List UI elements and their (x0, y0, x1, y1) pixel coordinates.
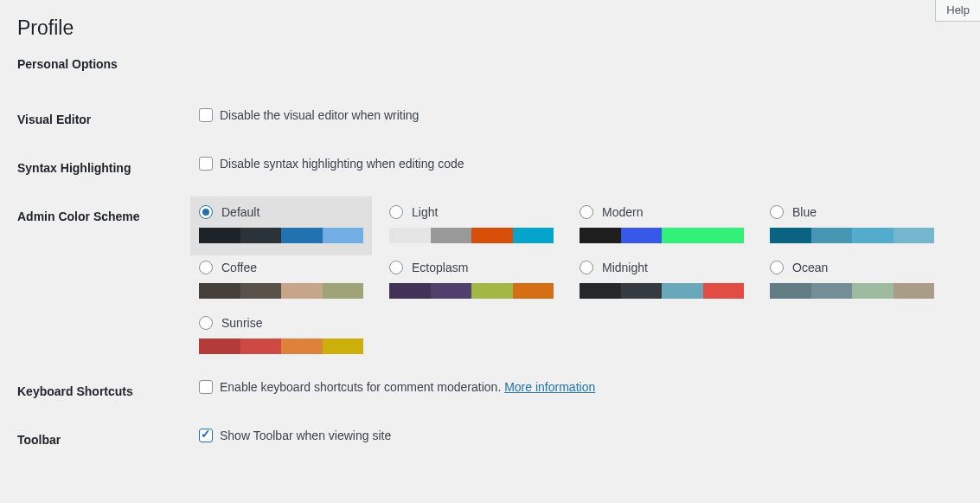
color-scheme-radio[interactable] (580, 261, 593, 274)
color-scheme-modern[interactable]: Modern (580, 205, 744, 243)
color-swatch (770, 228, 811, 243)
color-scheme-name: Sunrise (221, 316, 262, 330)
syntax-highlighting-option[interactable]: Disable syntax highlighting when editing… (199, 157, 954, 171)
color-scheme-header: Ectoplasm (389, 261, 554, 274)
color-swatches (770, 228, 934, 243)
keyboard-shortcuts-checkbox[interactable] (199, 380, 213, 394)
color-schemes-grid: DefaultLightModernBlueCoffeeEctoplasmMid… (199, 205, 954, 354)
help-button[interactable]: Help (935, 0, 980, 22)
color-scheme-name: Default (221, 205, 259, 219)
color-scheme-coffee[interactable]: Coffee (199, 261, 363, 299)
color-swatch (580, 283, 621, 299)
color-swatch (703, 228, 745, 243)
color-swatch (323, 228, 364, 243)
color-scheme-ectoplasm[interactable]: Ectoplasm (389, 261, 554, 299)
color-scheme-light[interactable]: Light (389, 205, 554, 243)
color-swatch (431, 228, 472, 243)
color-swatch (513, 228, 554, 243)
color-swatch (323, 339, 364, 354)
section-title: Personal Options (17, 57, 963, 71)
color-scheme-label: Admin Color Scheme (17, 192, 190, 367)
color-scheme-sunrise[interactable]: Sunrise (199, 316, 363, 354)
color-swatch (199, 228, 240, 243)
color-scheme-name: Light (412, 205, 438, 219)
color-swatch (199, 283, 240, 299)
color-scheme-radio[interactable] (389, 261, 403, 274)
color-swatch (281, 339, 323, 354)
color-scheme-header: Modern (580, 205, 744, 219)
toolbar-label: Toolbar (17, 416, 190, 464)
color-swatches (199, 339, 363, 354)
toolbar-option[interactable]: Show Toolbar when viewing site (199, 429, 954, 442)
color-swatches (199, 283, 363, 299)
color-scheme-radio[interactable] (389, 205, 403, 219)
color-swatch (852, 228, 894, 243)
color-scheme-radio[interactable] (580, 205, 593, 219)
color-scheme-header: Sunrise (199, 316, 363, 330)
color-scheme-header: Light (389, 205, 554, 219)
color-swatch (580, 228, 621, 243)
color-swatch (240, 339, 282, 354)
keyboard-shortcuts-label: Keyboard Shortcuts (17, 367, 190, 416)
color-swatch (852, 283, 894, 299)
color-swatch (703, 283, 745, 299)
color-swatch (199, 339, 240, 354)
color-swatches (199, 228, 363, 243)
color-swatch (811, 283, 853, 299)
color-scheme-ocean[interactable]: Ocean (770, 261, 934, 299)
color-swatch (389, 283, 431, 299)
color-scheme-radio[interactable] (199, 205, 213, 219)
visual-editor-checkbox-label: Disable the visual editor when writing (220, 108, 419, 122)
visual-editor-checkbox[interactable] (199, 108, 213, 122)
color-scheme-name: Midnight (602, 261, 648, 274)
color-swatch (770, 283, 811, 299)
color-scheme-radio[interactable] (770, 261, 784, 274)
color-swatch (431, 283, 472, 299)
color-swatch (281, 283, 323, 299)
syntax-highlighting-checkbox[interactable] (199, 157, 213, 171)
more-information-link[interactable]: More information (504, 380, 595, 394)
color-swatch (662, 283, 703, 299)
color-swatch (894, 228, 935, 243)
color-swatch (621, 283, 663, 299)
color-swatches (389, 283, 554, 299)
color-scheme-radio[interactable] (199, 316, 213, 330)
profile-content: Profile Personal Options Visual Editor D… (0, 0, 980, 464)
color-scheme-header: Ocean (770, 261, 934, 274)
color-swatch (240, 283, 282, 299)
color-swatch (471, 283, 513, 299)
toolbar-checkbox[interactable] (199, 429, 213, 442)
page-title: Profile (17, 9, 963, 40)
color-swatches (389, 228, 554, 243)
color-scheme-default[interactable]: Default (190, 197, 372, 255)
color-swatches (580, 228, 744, 243)
color-scheme-name: Blue (792, 205, 817, 219)
personal-options-table: Visual Editor Disable the visual editor … (17, 95, 963, 464)
color-scheme-name: Modern (602, 205, 643, 219)
color-scheme-header: Coffee (199, 261, 363, 274)
color-scheme-blue[interactable]: Blue (770, 205, 934, 243)
color-swatches (580, 283, 744, 299)
color-scheme-name: Coffee (221, 261, 257, 274)
color-swatch (389, 228, 431, 243)
color-swatch (471, 228, 513, 243)
visual-editor-label: Visual Editor (17, 95, 190, 144)
toolbar-checkbox-label: Show Toolbar when viewing site (220, 429, 391, 442)
color-scheme-midnight[interactable]: Midnight (580, 261, 744, 299)
keyboard-shortcuts-option[interactable]: Enable keyboard shortcuts for comment mo… (199, 380, 954, 394)
color-swatch (513, 283, 554, 299)
color-swatch (323, 283, 364, 299)
color-scheme-header: Blue (770, 205, 934, 219)
color-swatch (240, 228, 282, 243)
visual-editor-option[interactable]: Disable the visual editor when writing (199, 108, 954, 122)
color-scheme-name: Ocean (792, 261, 828, 274)
color-scheme-radio[interactable] (199, 261, 213, 274)
color-swatch (662, 228, 703, 243)
color-swatches (770, 283, 934, 299)
color-swatch (811, 228, 853, 243)
color-scheme-radio[interactable] (770, 205, 784, 219)
syntax-highlighting-checkbox-label: Disable syntax highlighting when editing… (220, 157, 464, 171)
color-swatch (894, 283, 935, 299)
keyboard-shortcuts-checkbox-label: Enable keyboard shortcuts for comment mo… (220, 380, 595, 394)
color-swatch (621, 228, 663, 243)
